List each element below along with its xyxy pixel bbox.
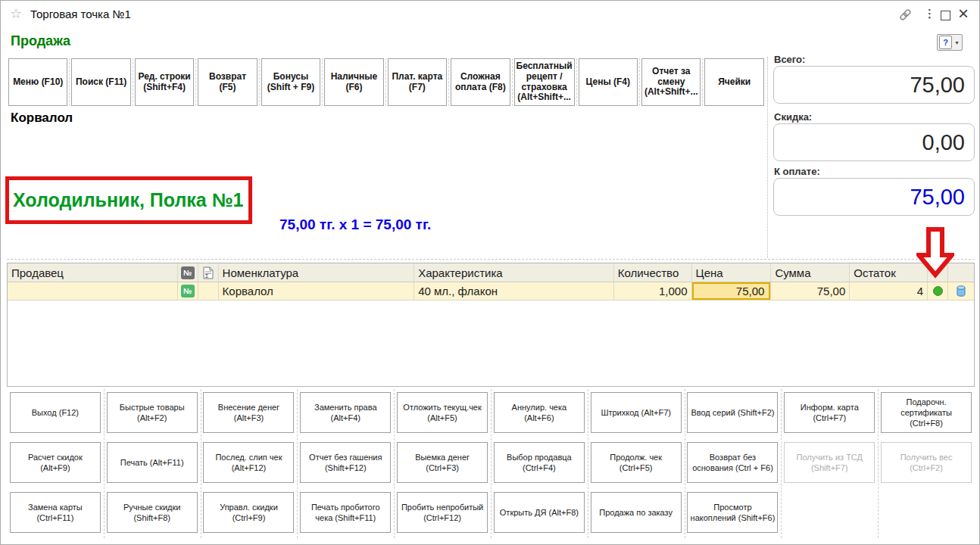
- action-button-r2-c4[interactable]: Отчет без гашения (Shift+F12): [300, 442, 391, 483]
- cell-stock-icon[interactable]: [948, 282, 974, 300]
- action-button-r3-c4[interactable]: Печать пробитого чека (Shift+F11): [300, 492, 391, 533]
- cell-quantity[interactable]: 1,000: [614, 282, 692, 300]
- action-button-r1-c3[interactable]: Внесение денег (Alt+F3): [203, 392, 294, 433]
- toolbar-button-6[interactable]: Наличные (F6): [324, 58, 383, 106]
- action-cell: Выход (F12): [7, 391, 104, 434]
- header-quantity[interactable]: Количество: [614, 263, 692, 282]
- more-menu-icon[interactable]: ⋮: [924, 7, 935, 20]
- toolbar-cell: Отчет за смену (Alt+Shift+...: [640, 58, 703, 106]
- action-cell: Послед. слип чек (Alt+F12): [201, 441, 298, 484]
- window-title: Торговая точка №1: [30, 8, 131, 20]
- number-badge-green-icon: №: [181, 285, 195, 297]
- cell-doc[interactable]: [198, 282, 219, 300]
- header-nomenclature[interactable]: Номенклатура: [219, 263, 415, 282]
- cell-sum[interactable]: 75,00: [771, 282, 850, 300]
- action-button-r2-c5[interactable]: Выемка денег (Ctrl+F3): [397, 442, 488, 483]
- cell-characteristic[interactable]: 40 мл., флакон: [414, 282, 614, 300]
- title-bar: ☆ Торговая точка №1 ⋮ ×: [1, 1, 979, 28]
- action-button-r3-c6[interactable]: Открыть ДЯ (Alt+F8): [494, 492, 585, 533]
- toolbar-cell: Цены (F4): [577, 58, 640, 106]
- help-dropdown-icon[interactable]: ▾: [952, 39, 962, 46]
- action-button-r3-c5[interactable]: Пробить непробитый (Ctrl+F12): [397, 492, 488, 533]
- favorite-star-icon[interactable]: ☆: [10, 6, 22, 21]
- action-button-r2-c6[interactable]: Выбор продавца (Ctrl+F4): [494, 442, 585, 483]
- action-button-r3-c8[interactable]: Просмотр накоплений (Shift+F6): [687, 492, 778, 533]
- cell-status[interactable]: [928, 282, 948, 300]
- action-cell: Замена карты (Ctrl+F11): [7, 490, 104, 534]
- action-button-r1-c4[interactable]: Заменить права (Alt+F4): [300, 392, 391, 433]
- document-icon: Σ: [203, 266, 214, 279]
- cell-price[interactable]: 75,00: [692, 282, 772, 300]
- action-cell: Продолж. чек (Ctrl+F5): [588, 441, 685, 484]
- action-button-r1-c7[interactable]: Штрихкод (Alt+F7): [591, 392, 682, 433]
- action-button-r1-c6[interactable]: Аннулир. чека (Alt+F6): [494, 392, 585, 433]
- toolbar-button-1[interactable]: Меню (F10): [8, 58, 67, 106]
- action-button-r2-c8[interactable]: Возврат без основания (Ctrl + F6): [687, 442, 778, 483]
- toolbar-cell: Ред. строки (Shift+F4): [133, 58, 196, 106]
- header-price[interactable]: Цена: [692, 263, 772, 282]
- toolbar-cell: Меню (F10): [7, 58, 70, 106]
- header-doc-column[interactable]: Σ: [198, 263, 219, 282]
- due-label: К оплате:: [774, 166, 820, 177]
- header-seller[interactable]: Продавец: [8, 263, 178, 282]
- close-icon[interactable]: ×: [958, 3, 969, 24]
- toolbar-button-3[interactable]: Ред. строки (Shift+F4): [135, 58, 194, 106]
- action-cell: Ручные скидки (Shift+F8): [104, 490, 201, 534]
- toolbar-button-10[interactable]: Цены (F4): [579, 58, 638, 106]
- cell-seller[interactable]: [8, 282, 178, 300]
- header-line-number[interactable]: №: [178, 263, 198, 282]
- toolbar-button-5[interactable]: Бонусы (Shift + F9): [261, 58, 320, 106]
- action-button-r3-c3[interactable]: Управл. скидки (Ctrl+F9): [203, 492, 294, 533]
- maximize-icon[interactable]: [941, 11, 950, 20]
- table-splitter[interactable]: [7, 259, 975, 260]
- action-cell: Быстрые товары (Alt+F2): [104, 391, 201, 434]
- action-button-r2-c10: Получить вес (Ctrl+F2): [881, 442, 972, 483]
- due-field: 75,00: [773, 178, 975, 216]
- action-cell: Расчет скидок (Alt+F9): [7, 441, 104, 484]
- action-button-r1-c1[interactable]: Выход (F12): [10, 392, 101, 433]
- action-cell: Продажа по заказу: [588, 490, 685, 534]
- action-button-r3-c7[interactable]: Продажа по заказу: [591, 492, 682, 533]
- table-row[interactable]: № Корвалол 40 мл., флакон 1,000 75,00 75…: [8, 282, 974, 301]
- action-button-r2-c3[interactable]: Послед. слип чек (Alt+F12): [203, 442, 294, 483]
- help-icon: ?: [939, 36, 952, 49]
- toolbar-button-8[interactable]: Сложная оплата (F8): [451, 58, 510, 106]
- action-row-2: Расчет скидок (Alt+F9)Печать (Alt+F11)По…: [7, 441, 975, 484]
- toolbar-button-11[interactable]: Отчет за смену (Alt+Shift+...: [641, 58, 701, 106]
- action-button-r3-c2[interactable]: Ручные скидки (Shift+F8): [107, 492, 198, 533]
- toolbar-button-12[interactable]: Ячейки: [704, 58, 763, 106]
- cell-stock[interactable]: 4: [850, 282, 928, 300]
- toolbar-button-2[interactable]: Поиск (F11): [71, 58, 130, 106]
- action-cell: Получить вес (Ctrl+F2): [878, 441, 975, 484]
- price-selected-cell[interactable]: 75,00: [692, 282, 771, 300]
- action-button-r2-c2[interactable]: Печать (Alt+F11): [107, 442, 198, 483]
- discount-label: Скидка:: [774, 111, 812, 123]
- header-characteristic[interactable]: Характеристика: [414, 263, 614, 282]
- cell-nomenclature[interactable]: Корвалол: [219, 282, 415, 300]
- link-icon[interactable]: [899, 8, 912, 21]
- action-button-r2-c7[interactable]: Продолж. чек (Ctrl+F5): [591, 442, 682, 483]
- toolbar-button-4[interactable]: Возврат (F5): [198, 58, 257, 106]
- help-button[interactable]: ? ▾: [937, 34, 963, 51]
- green-circle-icon: [933, 286, 943, 296]
- discount-field: 0,00: [773, 123, 975, 161]
- header-sum[interactable]: Сумма: [771, 263, 850, 282]
- toolbar-cell: Бесплатный рецепт / страховка (Alt+Shift…: [513, 58, 577, 106]
- action-button-r3-c1[interactable]: Замена карты (Ctrl+F11): [10, 492, 101, 533]
- action-button-r1-c2[interactable]: Быстрые товары (Alt+F2): [107, 392, 198, 433]
- page-title: Продажа: [11, 33, 70, 49]
- toolbar-cell: Бонусы (Shift + F9): [260, 58, 323, 106]
- toolbar-button-9[interactable]: Бесплатный рецепт / страховка (Alt+Shift…: [514, 58, 575, 106]
- cell-line-number[interactable]: №: [178, 282, 198, 300]
- action-cell: Подарочн. сертификаты (Ctrl+F8): [878, 391, 975, 434]
- action-cell: Заменить права (Alt+F4): [297, 391, 394, 434]
- action-button-r1-c8[interactable]: Ввод серий (Shift+F2): [687, 392, 778, 433]
- action-button-r1-c9[interactable]: Информ. карта (Ctrl+F7): [784, 392, 875, 433]
- action-button-r1-c5[interactable]: Отложить текущ.чек (Alt+F5): [397, 392, 488, 433]
- action-button-r1-c10[interactable]: Подарочн. сертификаты (Ctrl+F8): [881, 392, 972, 433]
- action-cell: Внесение денег (Alt+F3): [201, 391, 298, 434]
- action-button-r2-c1[interactable]: Расчет скидок (Alt+F9): [10, 442, 101, 483]
- action-row-3: Замена карты (Ctrl+F11)Ручные скидки (Sh…: [7, 490, 975, 534]
- items-table: Продавец № Σ Номенклатура Характеристика…: [7, 263, 975, 387]
- toolbar-button-7[interactable]: Плат. карта (F7): [388, 58, 447, 106]
